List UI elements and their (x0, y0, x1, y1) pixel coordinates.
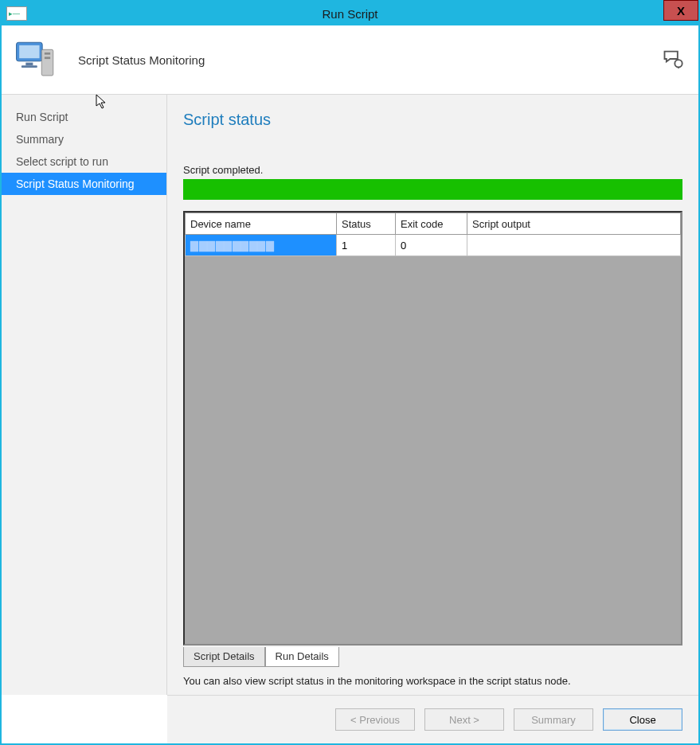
hint-text: You can also view script status in the m… (183, 675, 682, 687)
cell-device-name: ▇▇▇▇▇▇▇▇▇▇ (186, 235, 337, 256)
next-button: Next > (424, 708, 504, 731)
feedback-icon[interactable] (662, 48, 684, 70)
table-header-row: Device name Status Exit code Script outp… (186, 213, 681, 235)
page-title: Script Status Monitoring (78, 53, 205, 67)
titlebar: ▸— Run Script X (2, 2, 698, 25)
computer-icon (13, 37, 59, 83)
svg-point-7 (675, 60, 682, 67)
table-row[interactable]: ▇▇▇▇▇▇▇▇▇▇ 1 0 (186, 235, 681, 256)
svg-rect-5 (45, 53, 50, 55)
sidebar-item-select-script[interactable]: Select script to run (2, 150, 166, 173)
previous-button: < Previous (335, 708, 415, 731)
cell-script-output (467, 235, 681, 256)
col-header-exit-code[interactable]: Exit code (396, 213, 467, 235)
svg-rect-1 (19, 45, 39, 58)
section-heading: Script status (183, 111, 682, 129)
svg-rect-6 (45, 57, 50, 59)
sidebar-item-summary[interactable]: Summary (2, 128, 166, 150)
system-menu-icon[interactable]: ▸— (6, 6, 27, 21)
window-title: Run Script (2, 7, 698, 21)
results-grid[interactable]: Device name Status Exit code Script outp… (183, 211, 682, 646)
detail-tabs: Script Details Run Details (183, 647, 682, 667)
col-header-status[interactable]: Status (337, 213, 396, 235)
summary-button: Summary (514, 708, 593, 731)
close-button[interactable]: Close (603, 708, 682, 731)
wizard-sidebar: Run Script Summary Select script to run … (2, 95, 167, 695)
progress-bar (183, 179, 682, 200)
completion-status-text: Script completed. (183, 164, 682, 176)
col-header-device-name[interactable]: Device name (186, 213, 337, 235)
window-close-button[interactable]: X (663, 0, 698, 21)
tab-script-details[interactable]: Script Details (183, 647, 265, 667)
main-panel: Script status Script completed. Device n… (167, 95, 698, 695)
header-strip: Script Status Monitoring (2, 25, 698, 95)
svg-rect-2 (25, 63, 33, 66)
col-header-script-output[interactable]: Script output (467, 213, 681, 235)
results-table: Device name Status Exit code Script outp… (185, 213, 681, 256)
window-frame: ▸— Run Script X Script Status Monitoring (0, 0, 700, 745)
tab-run-details[interactable]: Run Details (265, 647, 339, 667)
cell-status: 1 (337, 235, 396, 256)
cell-exit-code: 0 (396, 235, 467, 256)
svg-rect-3 (22, 65, 37, 68)
wizard-footer: < Previous Next > Summary Close (167, 695, 698, 743)
body-region: Run Script Summary Select script to run … (2, 95, 698, 695)
sidebar-item-run-script[interactable]: Run Script (2, 106, 166, 128)
sidebar-item-script-status-monitoring[interactable]: Script Status Monitoring (2, 173, 166, 195)
